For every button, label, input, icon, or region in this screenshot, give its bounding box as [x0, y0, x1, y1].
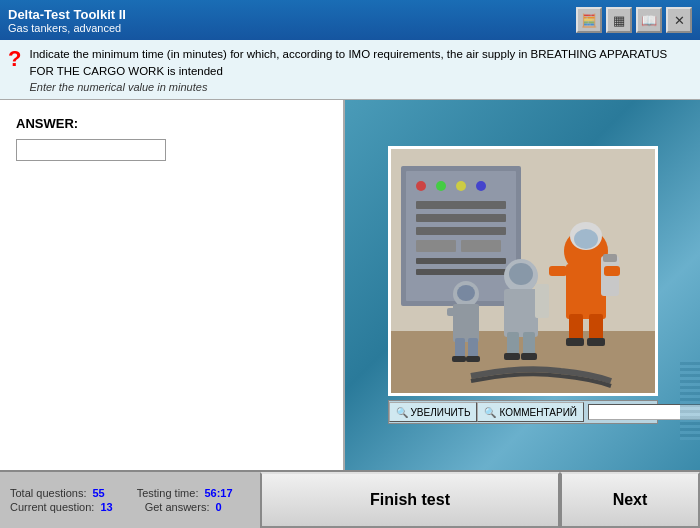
app-subtitle: Gas tankers, advanced [8, 22, 126, 34]
get-answers-value: 0 [215, 501, 221, 513]
question-hint: Enter the numerical value in minutes [29, 81, 692, 93]
total-questions-value: 55 [92, 487, 104, 499]
svg-point-6 [436, 181, 446, 191]
testing-time-label: Testing time: [137, 487, 199, 499]
svg-rect-39 [447, 308, 457, 316]
main-content: ANSWER: [0, 100, 700, 470]
svg-rect-34 [504, 353, 520, 360]
calculator-icon[interactable]: 🧮 [576, 7, 602, 33]
comment-button[interactable]: 🔍 КОММЕНТАРИЙ [477, 402, 584, 422]
svg-rect-19 [566, 264, 606, 319]
svg-rect-9 [416, 201, 506, 209]
stats-panel: Total questions: 55 Testing time: 56:17 … [0, 483, 260, 517]
svg-rect-25 [587, 338, 605, 346]
answer-input[interactable] [16, 139, 166, 161]
app-title: Delta-Test Toolkit II [8, 7, 126, 22]
question-content: Indicate the minimum time (in minutes) f… [29, 46, 692, 93]
svg-rect-15 [416, 269, 506, 275]
finish-test-button[interactable]: Finish test [260, 472, 560, 528]
zoom-button[interactable]: 🔍 УВЕЛИЧИТЬ [389, 402, 478, 422]
zoom-label: УВЕЛИЧИТЬ [411, 407, 471, 418]
answer-label: ANSWER: [16, 116, 327, 131]
current-question-value: 13 [100, 501, 112, 513]
svg-point-8 [476, 181, 486, 191]
next-button[interactable]: Next [560, 472, 700, 528]
svg-rect-12 [416, 240, 456, 252]
right-panel: 🔍 УВЕЛИЧИТЬ 🔍 КОММЕНТАРИЙ 🔍 [345, 100, 700, 470]
svg-rect-22 [569, 314, 583, 342]
left-panel: ANSWER: [0, 100, 345, 470]
get-answers-label: Get answers: [145, 501, 210, 513]
question-area: ? Indicate the minimum time (in minutes)… [0, 40, 700, 100]
scene-image [391, 146, 655, 396]
comment-label: КОММЕНТАРИЙ [499, 407, 577, 418]
panel-decoration [680, 360, 700, 440]
titlebar-right: 🧮 ▦ 📖 ✕ [576, 7, 692, 33]
titlebar: Delta-Test Toolkit II Gas tankers, advan… [0, 0, 700, 40]
total-questions-row: Total questions: 55 Testing time: 56:17 [10, 487, 250, 499]
current-question-label: Current question: [10, 501, 94, 513]
image-container [388, 146, 658, 396]
svg-rect-10 [416, 214, 506, 222]
svg-rect-31 [535, 284, 549, 318]
svg-point-29 [509, 263, 533, 285]
comment-icon: 🔍 [484, 407, 496, 418]
svg-rect-43 [466, 356, 480, 362]
close-icon[interactable]: ✕ [666, 7, 692, 33]
svg-rect-14 [416, 258, 506, 264]
current-question-row: Current question: 13 Get answers: 0 [10, 501, 250, 513]
image-toolbar: 🔍 УВЕЛИЧИТЬ 🔍 КОММЕНТАРИЙ 🔍 [388, 400, 658, 424]
titlebar-left: Delta-Test Toolkit II Gas tankers, advan… [8, 7, 126, 34]
svg-point-5 [416, 181, 426, 191]
total-questions-label: Total questions: [10, 487, 86, 499]
status-bar: Total questions: 55 Testing time: 56:17 … [0, 470, 700, 528]
svg-rect-21 [603, 254, 617, 262]
svg-rect-26 [549, 266, 567, 276]
svg-rect-35 [521, 353, 537, 360]
svg-rect-27 [604, 266, 620, 276]
zoom-icon: 🔍 [396, 407, 408, 418]
svg-rect-13 [461, 240, 501, 252]
svg-point-7 [456, 181, 466, 191]
svg-point-18 [574, 229, 598, 249]
book-icon[interactable]: 📖 [636, 7, 662, 33]
svg-rect-30 [504, 289, 538, 337]
svg-rect-23 [589, 314, 603, 342]
question-text: Indicate the minimum time (in minutes) f… [29, 46, 692, 81]
testing-time-value: 56:17 [204, 487, 232, 499]
svg-rect-42 [452, 356, 466, 362]
table-icon[interactable]: ▦ [606, 7, 632, 33]
svg-rect-24 [566, 338, 584, 346]
svg-point-37 [457, 285, 475, 301]
question-icon: ? [8, 48, 21, 70]
svg-rect-11 [416, 227, 506, 235]
